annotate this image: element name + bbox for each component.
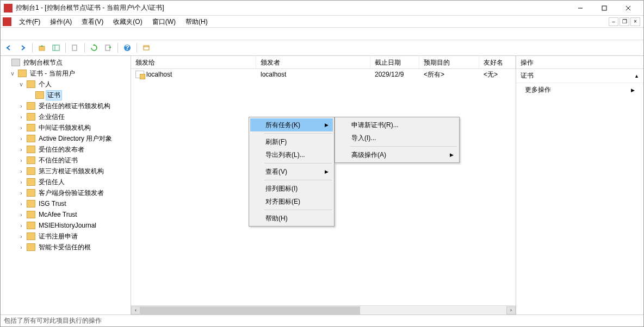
toolbar: ? [1,40,643,56]
tree-node[interactable]: ›中间证书颁发机构 [1,122,131,133]
tree-node[interactable]: ›ISG Trust [1,198,131,209]
ctx-refresh[interactable]: 刷新(F) [250,135,333,148]
tree-node[interactable]: ›受信任的根证书颁发机构 [1,100,131,111]
title-bar: 控制台1 - [控制台根节点\证书 - 当前用户\个人\证书] [1,1,643,16]
svg-rect-7 [72,45,77,51]
tree-certs-user[interactable]: v证书 - 当前用户 [1,68,131,79]
mdi-close-button[interactable]: × [630,17,640,26]
submenu-arrow-icon: ▶ [631,87,635,93]
actions-pane: 操作 证书 ▲ 更多操作 ▶ [516,56,643,315]
svg-text:?: ? [125,44,129,52]
tree-node[interactable]: ›Active Directory 用户对象 [1,133,131,144]
svg-rect-8 [106,45,110,51]
tree-pane[interactable]: 控制台根节点 v证书 - 当前用户 v个人 证书 ›受信任的根证书颁发机构 ›企… [1,56,131,315]
tree-node[interactable]: ›受信任的发布者 [1,144,131,155]
tree-node[interactable]: ›第三方根证书颁发机构 [1,166,131,177]
ctx-align[interactable]: 对齐图标(E) [250,195,333,208]
svg-rect-4 [39,46,45,51]
tree-node[interactable]: ›受信任人 [1,177,131,187]
mdi-app-icon [3,17,11,26]
cell-issued-to: localhost [146,71,172,78]
menu-action[interactable]: 操作(A) [46,16,76,28]
tree-node[interactable]: ›企业信任 [1,111,131,122]
export-button[interactable] [102,42,114,54]
col-exp-date[interactable]: 截止日期 [370,56,419,68]
actions-section-title[interactable]: 证书 ▲ [516,69,643,83]
tree-node[interactable]: ›客户端身份验证颁发者 [1,187,131,198]
certificate-icon [135,71,144,78]
menu-help[interactable]: 帮助(H) [181,16,212,28]
app-icon [4,4,13,12]
help-button[interactable]: ? [121,42,133,54]
svg-rect-1 [602,6,606,10]
actions-header: 操作 [516,56,643,69]
maximize-button[interactable] [592,1,616,15]
scroll-left-button[interactable]: ‹ [131,306,140,315]
ctx-help[interactable]: 帮助(H) [250,212,333,225]
collapse-icon: ▲ [634,73,639,79]
menu-file[interactable]: 文件(F) [15,16,45,28]
close-button[interactable] [616,1,640,15]
menu-favorites[interactable]: 收藏夹(O) [109,16,146,28]
action-more[interactable]: 更多操作 ▶ [516,83,643,97]
submenu-arrow-icon: ▶ [325,169,329,174]
table-row[interactable]: localhost localhost 2029/12/9 <所有> <无> [131,69,516,80]
list-header: 颁发给 颁发者 截止日期 预期目的 友好名 [131,56,516,69]
cell-purpose: <所有> [419,69,479,81]
context-menu-sub: 申请新证书(R)... 导入(I)... 高级操作(A)▶ [335,117,460,163]
ctx-request-new-cert[interactable]: 申请新证书(R)... [336,118,458,131]
tree-personal[interactable]: v个人 [1,79,131,90]
col-issued-by[interactable]: 颁发者 [256,56,370,68]
context-menu-main: 所有任务(K)▶ 刷新(F) 导出列表(L)... 查看(V)▶ 排列图标(I)… [249,117,335,227]
mdi-restore-button[interactable]: ❐ [620,17,629,26]
forward-button[interactable] [17,42,29,54]
menu-bar: 文件(F) 操作(A) 查看(V) 收藏夹(O) 窗口(W) 帮助(H) [13,16,214,28]
back-button[interactable] [3,42,15,54]
refresh-button[interactable] [88,42,100,54]
ctx-export-list[interactable]: 导出列表(L)... [250,148,333,161]
tree-node[interactable]: ›智能卡受信任的根 [1,242,131,253]
submenu-arrow-icon: ▶ [450,152,454,158]
submenu-arrow-icon: ▶ [325,122,329,128]
col-friendly[interactable]: 友好名 [479,56,516,68]
window-title: 控制台1 - [控制台根节点\证书 - 当前用户\个人\证书] [16,3,568,12]
tree-node[interactable]: ›不信任的证书 [1,155,131,166]
svg-rect-11 [144,46,149,50]
up-button[interactable] [36,42,48,54]
status-bar: 包括了所有可对此项目执行的操作 [1,315,643,326]
menu-view[interactable]: 查看(V) [77,16,108,28]
minimize-button[interactable] [568,1,592,15]
ctx-view[interactable]: 查看(V)▶ [250,165,333,178]
cell-friendly: <无> [479,69,516,81]
col-purpose[interactable]: 预期目的 [419,56,479,68]
copy-button[interactable] [69,42,81,54]
tree-node[interactable]: ›McAfee Trust [1,209,131,220]
cell-issued-by: localhost [256,69,370,80]
new-window-button[interactable] [140,42,152,54]
mdi-minimize-button[interactable]: – [609,17,618,26]
scroll-right-button[interactable]: › [506,306,516,315]
ctx-advanced[interactable]: 高级操作(A)▶ [336,148,458,161]
tree-root[interactable]: 控制台根节点 [1,57,131,68]
menu-window[interactable]: 窗口(W) [148,16,180,28]
ctx-import[interactable]: 导入(I)... [336,131,458,144]
scroll-thumb[interactable] [140,306,360,315]
horizontal-scrollbar[interactable]: ‹ › [131,305,516,315]
col-issued-to[interactable]: 颁发给 [131,56,256,68]
ctx-arrange[interactable]: 排列图标(I) [250,182,333,195]
tree-node[interactable]: ›证书注册申请 [1,231,131,242]
tree-node[interactable]: ›MSIEHistoryJournal [1,220,131,231]
ctx-all-tasks[interactable]: 所有任务(K)▶ [250,118,333,131]
svg-rect-5 [53,45,59,51]
cell-exp-date: 2029/12/9 [370,69,419,80]
tree-certificates[interactable]: 证书 [1,90,131,100]
show-hide-tree-button[interactable] [50,42,62,54]
